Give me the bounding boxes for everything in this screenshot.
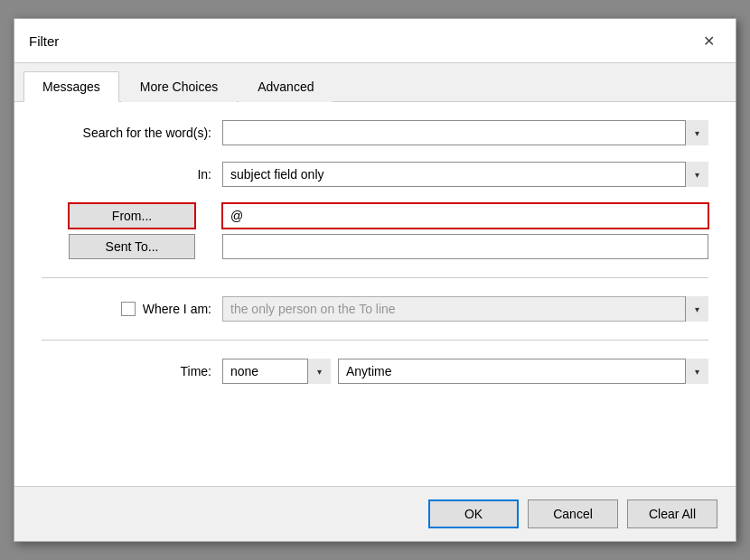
where-i-am-wrapper: the only person on the To line ▾ bbox=[222, 296, 708, 322]
search-label: Search for the word(s): bbox=[42, 126, 222, 140]
time-anytime-wrapper: Anytime ▾ bbox=[338, 359, 708, 384]
from-input[interactable] bbox=[222, 203, 708, 229]
close-button[interactable]: ✕ bbox=[696, 28, 721, 53]
time-none-select[interactable]: none bbox=[222, 359, 331, 384]
time-label: Time: bbox=[42, 364, 222, 378]
from-highlight-box: From... bbox=[69, 203, 195, 229]
cancel-button[interactable]: Cancel bbox=[528, 499, 618, 528]
tab-more-choices[interactable]: More Choices bbox=[121, 71, 237, 102]
time-none-wrapper: none ▾ bbox=[222, 359, 331, 384]
tab-advanced[interactable]: Advanced bbox=[239, 71, 333, 102]
from-sent-to-row: From... Sent To... bbox=[42, 203, 708, 259]
sent-to-input[interactable] bbox=[222, 234, 708, 259]
sent-to-button[interactable]: Sent To... bbox=[69, 234, 195, 259]
where-i-am-label-area: Where I am: bbox=[42, 302, 222, 316]
search-wrapper: ▾ bbox=[222, 120, 708, 145]
time-anytime-select[interactable]: Anytime bbox=[338, 359, 708, 384]
in-row: In: subject field only ▾ bbox=[42, 162, 708, 187]
time-row: Time: none ▾ Anytime ▾ bbox=[42, 359, 708, 384]
separator-1 bbox=[42, 277, 708, 278]
in-select[interactable]: subject field only bbox=[222, 162, 708, 187]
ok-button[interactable]: OK bbox=[428, 499, 519, 528]
search-row: Search for the word(s): ▾ bbox=[42, 120, 708, 145]
search-input[interactable] bbox=[222, 120, 708, 145]
where-i-am-checkbox[interactable] bbox=[121, 302, 136, 316]
where-i-am-row: Where I am: the only person on the To li… bbox=[42, 296, 708, 322]
title-bar: Filter ✕ bbox=[14, 19, 736, 63]
filter-dialog: Filter ✕ Messages More Choices Advanced … bbox=[14, 18, 736, 542]
body-spacer bbox=[42, 400, 708, 468]
dialog-body: Search for the word(s): ▾ In: subject fi… bbox=[14, 102, 736, 486]
tab-messages[interactable]: Messages bbox=[23, 71, 119, 102]
dialog-footer: OK Cancel Clear All bbox=[14, 486, 736, 541]
from-field-highlight bbox=[222, 203, 708, 229]
in-wrapper: subject field only ▾ bbox=[222, 162, 708, 187]
tab-bar: Messages More Choices Advanced bbox=[14, 63, 736, 102]
dialog-title: Filter bbox=[29, 33, 59, 49]
where-i-am-label: Where I am: bbox=[143, 302, 211, 316]
separator-2 bbox=[42, 340, 708, 341]
in-label: In: bbox=[42, 167, 222, 182]
from-button[interactable]: From... bbox=[69, 203, 195, 229]
from-sent-to-fields bbox=[222, 203, 708, 259]
button-area: From... Sent To... bbox=[42, 203, 222, 259]
clear-all-button[interactable]: Clear All bbox=[627, 499, 717, 528]
where-i-am-select[interactable]: the only person on the To line bbox=[222, 296, 708, 322]
time-controls: none ▾ Anytime ▾ bbox=[222, 359, 708, 384]
